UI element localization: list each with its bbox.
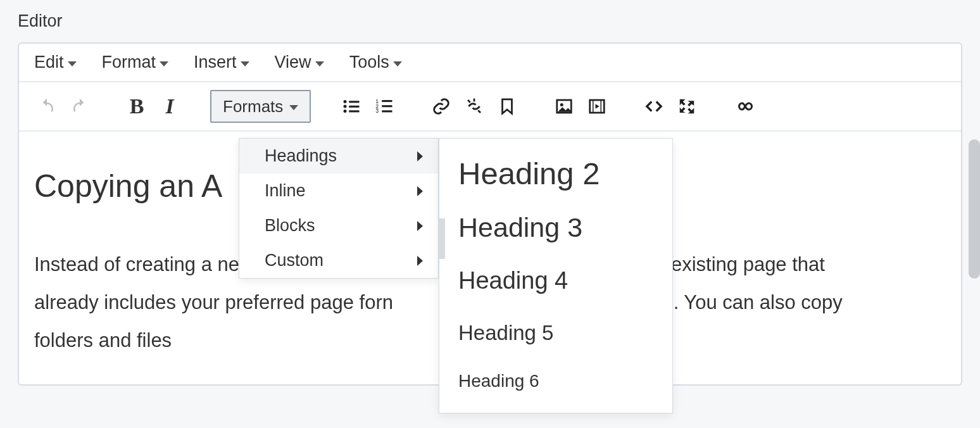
undo-button[interactable] [30, 91, 63, 122]
headings-submenu: Heading 2 Heading 3 Heading 4 Heading 5 … [439, 138, 673, 413]
svg-rect-9 [382, 100, 393, 102]
italic-icon: I [165, 94, 173, 118]
undo-icon [37, 97, 56, 116]
numbered-list-button[interactable]: 123 [368, 91, 401, 122]
unlink-button[interactable] [458, 91, 491, 122]
svg-point-2 [344, 110, 347, 113]
svg-text:3: 3 [376, 108, 379, 114]
menubar: Edit Format Insert View Tools [19, 44, 961, 82]
code-button[interactable] [638, 91, 670, 122]
bullet-list-icon [342, 97, 361, 116]
infinity-icon [734, 97, 753, 116]
formats-dropdown-label: Formats [223, 97, 283, 116]
menu-insert-label: Insert [194, 53, 237, 72]
menu-item-label: Custom [265, 251, 324, 270]
formats-menu-blocks[interactable]: Blocks [239, 208, 438, 243]
menu-item-label: Inline [265, 181, 306, 201]
menu-edit-label: Edit [34, 53, 64, 72]
infinity-button[interactable] [727, 91, 760, 122]
editor-section-label: Editor [18, 11, 962, 31]
caret-down-icon [160, 61, 168, 66]
caret-down-icon [393, 61, 402, 66]
image-button[interactable] [548, 91, 581, 122]
fullscreen-button[interactable] [670, 91, 703, 122]
link-icon [432, 97, 451, 116]
link-button[interactable] [425, 91, 458, 122]
italic-button[interactable]: I [153, 91, 186, 122]
bold-icon: B [130, 94, 144, 118]
menu-view-label: View [275, 53, 311, 72]
bold-button[interactable]: B [120, 91, 153, 122]
body-text: folders and files [34, 329, 172, 351]
chevron-right-icon [417, 186, 423, 196]
svg-point-1 [344, 105, 347, 108]
svg-rect-10 [382, 105, 393, 107]
svg-line-13 [479, 110, 481, 113]
body-text: already includes your preferred page for… [34, 291, 393, 313]
toolbar: B I Formats 123 [19, 82, 961, 132]
caret-down-icon [68, 61, 77, 66]
formats-dropdown-button[interactable]: Formats [210, 90, 311, 123]
svg-rect-4 [349, 106, 360, 108]
heading-6-option[interactable]: Heading 6 [439, 358, 672, 404]
bookmark-icon [498, 97, 517, 116]
svg-rect-18 [590, 100, 593, 113]
heading-3-option[interactable]: Heading 3 [439, 201, 672, 255]
menu-tools-label: Tools [349, 53, 389, 72]
fullscreen-icon [677, 97, 696, 116]
bookmark-button[interactable] [491, 91, 524, 122]
chevron-right-icon [417, 151, 423, 161]
menu-view[interactable]: View [275, 53, 324, 72]
numbered-list-icon: 123 [375, 97, 394, 116]
menu-item-label: Headings [265, 146, 337, 166]
redo-button[interactable] [63, 91, 96, 122]
svg-rect-3 [349, 101, 360, 103]
media-button[interactable] [581, 91, 613, 122]
menu-edit[interactable]: Edit [34, 53, 77, 72]
svg-rect-11 [382, 110, 393, 112]
image-icon [555, 97, 574, 116]
formats-menu-headings[interactable]: Headings [239, 139, 438, 173]
formats-menu-inline[interactable]: Inline [239, 173, 438, 208]
svg-point-16 [560, 103, 563, 106]
code-icon [644, 97, 663, 116]
svg-line-12 [468, 100, 470, 103]
heading-5-option[interactable]: Heading 5 [439, 308, 672, 358]
vertical-scrollbar[interactable] [969, 139, 980, 279]
chevron-right-icon [417, 256, 423, 266]
svg-rect-5 [349, 110, 360, 112]
menu-insert[interactable]: Insert [194, 53, 249, 72]
menu-tools[interactable]: Tools [349, 53, 402, 72]
chevron-right-icon [417, 221, 423, 231]
caret-down-icon [241, 61, 249, 66]
unlink-icon [465, 97, 484, 116]
caret-down-icon [289, 105, 298, 110]
formats-menu: Headings Inline Blocks Custom [239, 138, 439, 279]
bullet-list-button[interactable] [335, 91, 368, 122]
menu-format-label: Format [102, 53, 156, 72]
heading-2-option[interactable]: Heading 2 [439, 148, 672, 201]
formats-menu-custom[interactable]: Custom [239, 243, 438, 278]
redo-icon [70, 97, 89, 116]
film-icon [587, 97, 606, 116]
menu-item-label: Blocks [265, 216, 315, 236]
heading-4-option[interactable]: Heading 4 [439, 254, 672, 308]
submenu-drag-handle[interactable] [439, 218, 445, 259]
menu-format[interactable]: Format [102, 53, 169, 72]
caret-down-icon [315, 61, 324, 66]
svg-point-0 [344, 100, 347, 103]
